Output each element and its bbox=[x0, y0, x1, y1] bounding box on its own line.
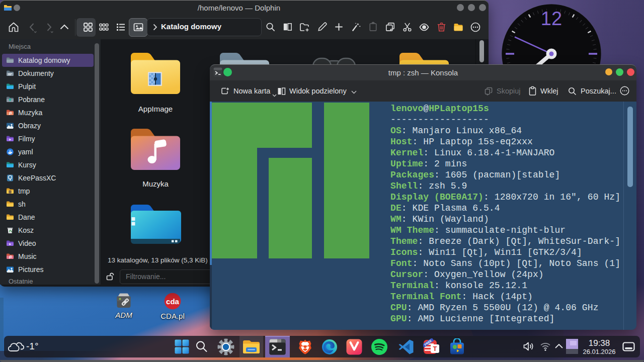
svg-text:T: T bbox=[433, 345, 437, 352]
svg-text:12: 12 bbox=[541, 8, 562, 29]
svg-text:cda: cda bbox=[166, 297, 180, 306]
